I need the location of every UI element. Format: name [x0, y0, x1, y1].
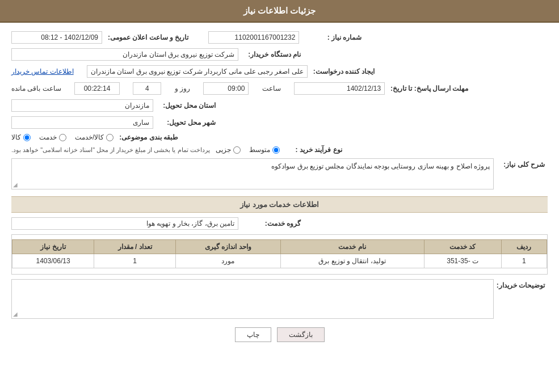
requester-row: ایجاد کننده درخواست: علی اصغر رجبی علی م… [11, 65, 548, 78]
service-group-label: گروه خدمت: [244, 220, 301, 227]
description-row: شرح کلی نیاز: پروژه اصلاح و بهینه سازی ر… [11, 158, 548, 189]
cell-service-code: ت -35-351 [424, 254, 501, 268]
resize-icon: ◢ [13, 182, 18, 188]
col-row-num: ردیف [501, 240, 547, 254]
col-service-code: کد خدمت [424, 240, 501, 254]
col-quantity: تعداد / مقدار [94, 240, 176, 254]
city-label: شهر محل تحویل: [159, 119, 216, 127]
city-row: شهر محل تحویل: ساری [11, 116, 548, 129]
deadline-time: 09:00 [203, 82, 249, 95]
services-table-wrapper: ردیف کد خدمت نام خدمت واحد اندازه گیری ت… [11, 234, 548, 275]
category-khadamat[interactable]: خدمت [39, 133, 66, 141]
back-button[interactable]: بازگشت [277, 327, 325, 342]
purchase-motavasset[interactable]: متوسط [249, 146, 280, 154]
radio-khadamat-label: خدمت [39, 133, 57, 141]
services-table: ردیف کد خدمت نام خدمت واحد اندازه گیری ت… [12, 239, 547, 268]
purchase-type-radio-group: متوسط جزیی [216, 146, 280, 154]
deadline-date: 1402/12/13 [294, 82, 385, 95]
buyer-org-row: نام دستگاه خریدار: شرکت توزیع نیروی برق … [11, 48, 548, 61]
category-radio-group: کالا/خدمت خدمت کالا [11, 133, 114, 141]
main-content: شماره نیاز : 1102001167001232 تاریخ و سا… [0, 23, 559, 359]
radio-jozvi[interactable] [233, 146, 241, 154]
service-group-value: تامین برق، گاز، بخار و تهویه هوا [11, 217, 238, 230]
contact-link[interactable]: اطلاعات تماس خریدار [11, 68, 74, 75]
deadline-days-label: روز و [175, 85, 190, 92]
city-value: ساری [11, 116, 153, 129]
table-header-row: ردیف کد خدمت نام خدمت واحد اندازه گیری ت… [12, 240, 547, 254]
province-row: استان محل تحویل: مازندران [11, 99, 548, 112]
buyer-org-label: نام دستگاه خریدار: [244, 50, 301, 58]
cell-row-num: 1 [501, 254, 547, 268]
radio-kala-khadamat-label: کالا/خدمت [75, 133, 104, 141]
cell-service-name: تولید، انتقال و توزیع برق [280, 254, 424, 268]
buyer-org-value: شرکت توزیع نیروی برق استان مازندران [11, 48, 238, 61]
deadline-row: مهلت ارسال پاسخ: تا تاریخ: 1402/12/13 سا… [11, 82, 548, 95]
need-number-label: شماره نیاز : [305, 33, 362, 41]
radio-kala-label: کالا [11, 133, 21, 141]
remaining-time: 00:22:14 [74, 82, 120, 95]
purchase-type-label: نوع فرآیند خرید : [285, 146, 342, 154]
purchase-jozvi[interactable]: جزیی [216, 146, 241, 154]
page-title: جزئیات اطلاعات نیاز [243, 6, 316, 15]
deadline-time-label: ساعت [262, 85, 281, 92]
need-number-row: شماره نیاز : 1102001167001232 تاریخ و سا… [11, 31, 548, 44]
cell-date: 1403/06/13 [12, 254, 94, 268]
buyer-notes-section: توضیحات خریدار: ◢ [11, 279, 548, 319]
page-header: جزئیات اطلاعات نیاز [0, 0, 559, 23]
col-unit: واحد اندازه گیری [176, 240, 280, 254]
description-content: پروژه اصلاح و بهینه سازی روستایی بودجه ن… [11, 158, 494, 189]
cell-unit: مورد [176, 254, 280, 268]
col-service-name: نام خدمت [280, 240, 424, 254]
deadline-days: 4 [133, 82, 161, 95]
province-label: استان محل تحویل: [159, 102, 216, 109]
radio-motavasset[interactable] [272, 146, 280, 154]
category-label: طبقه بندی موضوعی: [119, 133, 178, 141]
category-kala-khadamat[interactable]: کالا/خدمت [75, 133, 114, 141]
cell-quantity: 1 [94, 254, 176, 268]
description-value: پروژه اصلاح و بهینه سازی روستایی بودجه ن… [271, 162, 490, 170]
radio-motavasset-label: متوسط [249, 146, 270, 154]
col-date: تاریخ نیاز [12, 240, 94, 254]
category-row: طبقه بندی موضوعی: کالا/خدمت خدمت کالا [11, 133, 548, 141]
deadline-label: مهلت ارسال پاسخ: تا تاریخ: [390, 85, 468, 92]
buyer-notes-label: توضیحات خریدار: [494, 279, 545, 289]
buyer-notes-box: ◢ [11, 279, 494, 319]
service-group-row: گروه خدمت: تامین برق، گاز، بخار و تهویه … [11, 217, 548, 230]
print-button[interactable]: چاپ [235, 327, 271, 342]
category-kala[interactable]: کالا [11, 133, 31, 141]
purchase-note: پرداخت تمام یا بخشی از مبلغ خریدار از مح… [11, 146, 210, 154]
radio-kala[interactable] [23, 134, 31, 141]
description-label: شرح کلی نیاز: [494, 158, 545, 168]
announcement-date-value: 1402/12/09 - 08:12 [11, 31, 102, 44]
remaining-label: ساعت باقی مانده [11, 85, 61, 92]
radio-kala-khadamat[interactable] [106, 134, 114, 141]
notes-resize-icon: ◢ [13, 311, 18, 317]
purchase-type-row: نوع فرآیند خرید : متوسط جزیی پرداخت تمام… [11, 146, 548, 154]
requester-label: ایجاد کننده درخواست: [313, 68, 375, 75]
services-section-title: اطلاعات خدمات مورد نیاز [11, 196, 548, 213]
table-row: 1 ت -35-351 تولید، انتقال و توزیع برق مو… [12, 254, 547, 268]
bottom-buttons: بازگشت چاپ [11, 327, 548, 342]
radio-jozvi-label: جزیی [216, 146, 231, 154]
radio-khadamat[interactable] [59, 134, 66, 141]
requester-value: علی اصغر رجبی علی مانی کاربردار شرکت توز… [87, 65, 308, 78]
announcement-date-label: تاریخ و ساعت اعلان عمومی: [108, 33, 188, 41]
province-value: مازندران [11, 99, 153, 112]
need-number-value: 1102001167001232 [208, 31, 299, 44]
description-box: پروژه اصلاح و بهینه سازی روستایی بودجه ن… [11, 158, 494, 189]
